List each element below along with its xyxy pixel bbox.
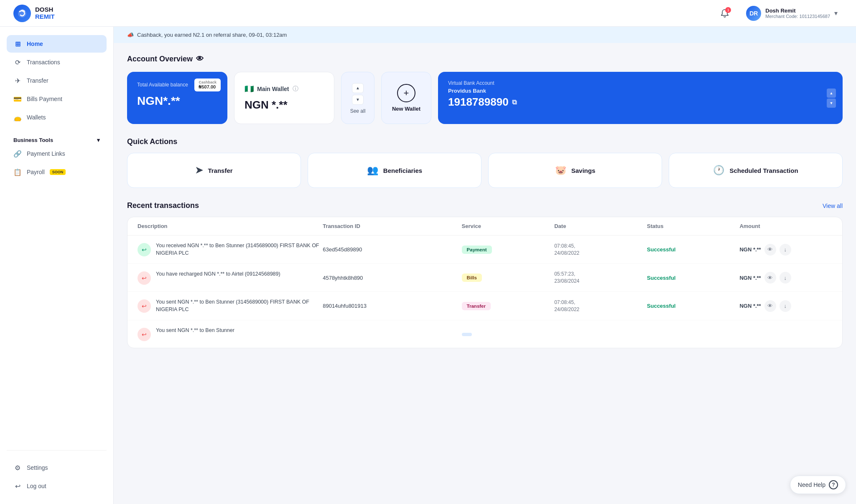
beneficiaries-icon: 👥 [367, 165, 378, 176]
sidebar-item-label: Payment Links [27, 150, 65, 157]
tx-received-icon: ↩ [138, 243, 151, 256]
sidebar-item-home[interactable]: ⊞ Home [7, 35, 107, 53]
sidebar-item-transactions[interactable]: ⟳ Transactions [7, 53, 107, 71]
sidebar-item-payroll[interactable]: 📋 Payroll SOON [7, 163, 107, 181]
chevron-down-icon: ▾ [97, 137, 100, 143]
user-menu[interactable]: DR Dosh Remit Merchant Code: 10112314568… [741, 3, 843, 23]
scheduled-transaction-button[interactable]: 🕐 Scheduled Transaction [669, 153, 843, 188]
settings-icon: ⚙ [13, 463, 22, 472]
sidebar-item-settings[interactable]: ⚙ Settings [7, 459, 107, 476]
flag-icon: 🇳🇬 [245, 84, 254, 94]
tx-description: ↩ You sent NGN *.** to Ben Stunner [138, 327, 323, 341]
beneficiaries-action-button[interactable]: 👥 Beneficiaries [308, 153, 482, 188]
add-wallet-icon: + [397, 84, 415, 102]
logout-icon: ↩ [13, 482, 22, 490]
sidebar-item-wallets[interactable]: 👝 Wallets [7, 109, 107, 126]
main-nav: ⊞ Home ⟳ Transactions ✈ Transfer 💳 Bills… [7, 35, 107, 127]
copy-icon[interactable]: ⧉ [512, 99, 517, 106]
header-right: 1 DR Dosh Remit Merchant Code: 101123145… [717, 3, 843, 23]
eye-icon[interactable]: 👁 [196, 55, 204, 63]
main-wallet-card: 🇳🇬 Main Wallet ⓘ NGN *.** [234, 72, 334, 124]
info-icon[interactable]: ⓘ [293, 85, 298, 93]
service-badge [462, 333, 472, 336]
view-all-link[interactable]: View all [823, 203, 843, 209]
wallets-row: Total Available balance Cashback ₦507.00… [127, 72, 843, 124]
download-transaction-button[interactable]: ↓ [780, 300, 791, 312]
cashback-chip: Cashback ₦507.00 [194, 79, 221, 91]
cashback-icon: 📣 [127, 32, 134, 38]
bills-icon: 💳 [13, 95, 22, 103]
logo: DOSH REMIT [13, 5, 55, 22]
tx-description: ↩ You sent NGN *.** to Ben Stunner (3145… [138, 299, 323, 313]
view-transaction-button[interactable]: 👁 [764, 244, 776, 256]
view-transaction-button[interactable]: 👁 [764, 300, 776, 312]
app-header: DOSH REMIT 1 DR Dosh Remit Merchant Code… [0, 0, 856, 27]
scroll-up-button[interactable]: ▲ [352, 83, 364, 93]
logo-icon [13, 5, 31, 22]
view-transaction-button[interactable]: 👁 [764, 272, 776, 284]
sidebar: ⊞ Home ⟳ Transactions ✈ Transfer 💳 Bills… [0, 27, 114, 504]
total-balance-card: Total Available balance Cashback ₦507.00… [127, 72, 227, 124]
download-transaction-button[interactable]: ↓ [780, 272, 791, 284]
need-help-button[interactable]: Need Help ? [790, 476, 846, 494]
cashback-banner: 📣 Cashback, you earned N2.1 on referral … [114, 27, 856, 43]
table-row: ↩ You received NGN *.** to Ben Stunner (… [127, 236, 842, 264]
soon-badge: SOON [50, 169, 66, 175]
quick-actions-row: ➤ Transfer 👥 Beneficiaries 🐷 Savings 🕐 S… [127, 153, 843, 188]
wallets-icon: 👝 [13, 113, 22, 122]
table-row: ↩ You sent NGN *.** to Ben Stunner (3145… [127, 292, 842, 320]
help-icon: ? [829, 480, 838, 489]
table-row: ↩ You sent NGN *.** to Ben Stunner [127, 320, 842, 348]
download-transaction-button[interactable]: ↓ [780, 244, 791, 256]
virtual-bank-card: Virtual Bank Account Providus Bank 19187… [438, 72, 843, 124]
sidebar-item-label: Log out [27, 483, 46, 489]
business-nav: 🔗 Payment Links 📋 Payroll SOON [7, 145, 107, 182]
business-tools-header: Business Tools ▾ [7, 134, 107, 145]
sidebar-item-label: Bills Payment [27, 96, 62, 102]
content-area: Account Overview 👁 Total Available balan… [114, 43, 856, 360]
transfer-icon: ✈ [13, 76, 22, 85]
savings-icon: 🐷 [555, 165, 566, 176]
logo-text: DOSH REMIT [35, 6, 55, 20]
card-scroll-down[interactable]: ▼ [827, 99, 836, 108]
transfer-action-button[interactable]: ➤ Transfer [127, 153, 301, 188]
new-wallet-card[interactable]: + New Wallet [381, 72, 431, 124]
user-avatar: DR [746, 6, 761, 21]
transfer-action-icon: ➤ [195, 165, 203, 176]
see-all-card[interactable]: ▲ ▼ See all [341, 72, 374, 124]
payroll-icon: 📋 [13, 168, 22, 176]
app-body: ⊞ Home ⟳ Transactions ✈ Transfer 💳 Bills… [0, 27, 856, 504]
main-content: 📣 Cashback, you earned N2.1 on referral … [114, 27, 856, 504]
service-badge: Transfer [462, 302, 491, 310]
service-badge: Payment [462, 246, 492, 254]
card-scroll-buttons: ▲ ▼ [827, 89, 836, 108]
sidebar-item-label: Payroll [27, 169, 45, 175]
user-info: Dosh Remit Merchant Code: 101123145687 [765, 8, 830, 19]
table-row: ↩ You have recharged NGN *.** to Airtel … [127, 264, 842, 292]
sidebar-item-label: Wallets [27, 114, 46, 121]
transactions-icon: ⟳ [13, 58, 22, 66]
sidebar-item-payment-links[interactable]: 🔗 Payment Links [7, 145, 107, 162]
tx-sent-icon: ↩ [138, 299, 151, 313]
service-badge: Bills [462, 274, 482, 282]
sidebar-item-label: Transfer [27, 77, 48, 84]
scheduled-icon: 🕐 [713, 165, 724, 176]
transactions-table: Description Transaction ID Service Date … [127, 217, 843, 348]
tx-sent-icon: ↩ [138, 328, 151, 341]
tx-description: ↩ You received NGN *.** to Ben Stunner (… [138, 242, 323, 257]
notification-badge: 1 [725, 7, 731, 13]
tx-description: ↩ You have recharged NGN *.** to Airtel … [138, 271, 323, 285]
sidebar-item-label: Transactions [27, 59, 60, 66]
sidebar-item-label: Home [27, 41, 43, 47]
sidebar-item-bills[interactable]: 💳 Bills Payment [7, 90, 107, 108]
savings-action-button[interactable]: 🐷 Savings [488, 153, 662, 188]
sidebar-item-logout[interactable]: ↩ Log out [7, 477, 107, 495]
sidebar-item-transfer[interactable]: ✈ Transfer [7, 72, 107, 89]
recent-transactions-header: Recent transactions View all [127, 201, 843, 210]
sidebar-item-label: Settings [27, 464, 48, 471]
chevron-down-icon: ▾ [834, 9, 838, 17]
notification-button[interactable]: 1 [717, 5, 733, 21]
home-icon: ⊞ [13, 40, 22, 48]
scroll-down-button[interactable]: ▼ [352, 95, 364, 105]
card-scroll-up[interactable]: ▲ [827, 89, 836, 98]
